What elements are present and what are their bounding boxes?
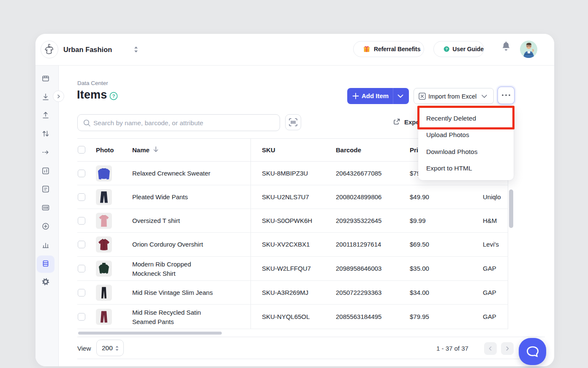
svg-text:?: ?: [112, 93, 115, 99]
svg-text:?: ?: [445, 47, 448, 51]
